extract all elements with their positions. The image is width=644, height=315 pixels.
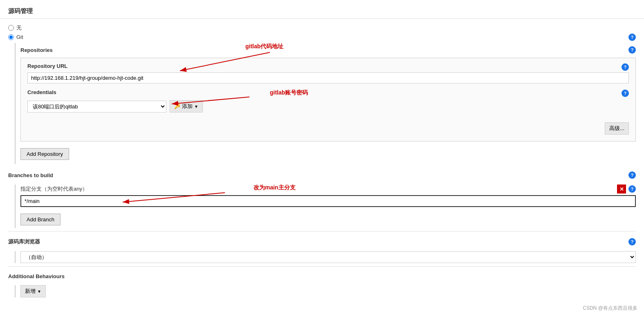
additional-behaviours-wrapper: Additional Behaviours 新增 ▼	[8, 270, 636, 297]
credentials-label: Credentials	[27, 89, 56, 95]
repo-url-label: Repository URL	[27, 63, 67, 69]
source-browser-label: 源码库浏览器	[8, 238, 40, 245]
branch-input[interactable]	[20, 195, 636, 207]
none-radio[interactable]	[8, 25, 14, 31]
repo-url-help-icon[interactable]: ?	[622, 63, 629, 71]
repositories-header: Repositories ?	[20, 43, 636, 55]
add-repository-button[interactable]: Add Repository	[20, 148, 69, 160]
new-behaviour-button[interactable]: 新增 ▼	[20, 285, 46, 297]
branch-item: 指定分支（为空时代表any） ✕ ?	[20, 184, 636, 207]
new-behaviour-label: 新增	[25, 288, 36, 295]
additional-behaviours-header: Additional Behaviours	[8, 270, 636, 281]
remove-branch-button[interactable]: ✕	[617, 184, 626, 194]
add-credentials-label: 添加	[182, 103, 193, 110]
advanced-button[interactable]: 高级...	[605, 122, 629, 135]
repositories-help-icon[interactable]: ?	[628, 46, 636, 54]
branches-block: 指定分支（为空时代表any） ✕ ? Add Branch	[15, 184, 636, 228]
git-help-icon[interactable]: ?	[628, 34, 636, 41]
repo-url-input[interactable]	[27, 72, 629, 83]
add-credentials-arrow: ▼	[194, 104, 198, 109]
source-browser-help-icon[interactable]: ?	[628, 238, 636, 245]
git-label: Git	[16, 34, 23, 40]
repositories-label: Repositories	[20, 47, 53, 53]
credentials-select[interactable]: 该80端口后的qitlab - 无 -	[27, 101, 166, 112]
branches-header: Branches to build ?	[8, 168, 636, 180]
repo-url-label-row: Repository URL ?	[27, 63, 629, 71]
repositories-section: Repositories ? Repository URL ? Credenti…	[15, 43, 636, 164]
branches-section-wrapper: Branches to build ? 指定分支（为空时代表any） ✕ ? A…	[8, 168, 636, 228]
git-radio[interactable]	[8, 34, 14, 40]
source-browser-select[interactable]: （自动）	[20, 251, 636, 263]
credentials-label-row: Credentials ?	[27, 89, 629, 97]
branch-row-right: ✕ ?	[617, 184, 636, 194]
page-title: 源码管理	[0, 4, 644, 19]
new-behaviour-arrow: ▼	[37, 289, 41, 294]
additional-behaviours-section: 新增 ▼	[15, 285, 636, 297]
branches-label: Branches to build	[8, 172, 53, 178]
repository-box: Repository URL ? Credentials ? 该80端口后的qi…	[20, 58, 636, 142]
branch-label-row: 指定分支（为空时代表any） ✕ ?	[20, 184, 636, 194]
key-icon: 🔑	[174, 104, 180, 109]
watermark: CSDN @有点东西且很多	[583, 305, 637, 312]
add-branch-button[interactable]: Add Branch	[20, 214, 61, 225]
none-radio-row: 无	[8, 23, 636, 33]
source-browser-wrapper: 源码库浏览器 ? （自动）	[8, 235, 636, 263]
credentials-row: 该80端口后的qitlab - 无 - 🔑 添加 ▼	[27, 100, 629, 112]
credentials-help-icon[interactable]: ?	[622, 90, 629, 97]
branch-specifier-label: 指定分支（为空时代表any）	[20, 185, 88, 193]
add-credentials-button[interactable]: 🔑 添加 ▼	[170, 100, 203, 112]
additional-behaviours-label: Additional Behaviours	[8, 273, 65, 279]
source-browser-section: （自动）	[15, 251, 636, 263]
branch-specifier-help-icon[interactable]: ?	[628, 185, 636, 193]
git-radio-row: Git ?	[8, 33, 636, 41]
branches-help-icon[interactable]: ?	[628, 171, 636, 179]
source-browser-header: 源码库浏览器 ?	[8, 235, 636, 247]
none-label: 无	[16, 24, 22, 32]
